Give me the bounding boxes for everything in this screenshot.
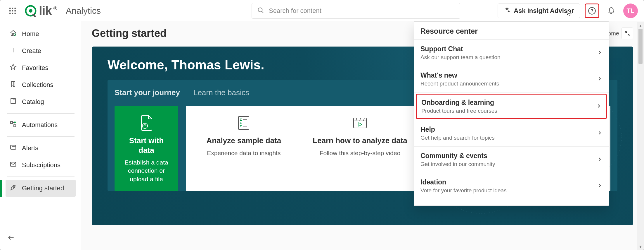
svg-line-49: [363, 118, 364, 121]
sidebar-item-getting-started[interactable]: Getting started: [6, 180, 76, 197]
global-search[interactable]: [252, 3, 460, 19]
svg-line-47: [356, 118, 357, 121]
tab-learn-basics[interactable]: Learn the basics: [193, 88, 249, 99]
file-upload-icon: [139, 114, 154, 132]
scroll-down-icon[interactable]: ▾: [637, 243, 644, 250]
sidebar-item-subscriptions[interactable]: Subscriptions: [6, 157, 76, 174]
sidebar-item-label: Catalog: [22, 98, 44, 106]
help-icon: [588, 7, 596, 15]
chevron-right-icon: [597, 50, 602, 56]
plus-icon: [10, 47, 17, 55]
chevron-right-icon: [597, 183, 602, 189]
sidebar-item-catalog[interactable]: Catalog: [6, 93, 76, 110]
card-desc: Establish a data connection or upload a …: [121, 158, 172, 183]
svg-point-15: [592, 12, 592, 13]
video-icon: [352, 114, 368, 132]
ask-insight-advisor-button[interactable]: Ask Insight Advisor: [498, 4, 580, 18]
svg-rect-24: [14, 125, 16, 127]
svg-marker-50: [359, 123, 362, 126]
svg-rect-5: [15, 10, 16, 11]
resource-item-desc: Recent product announcements: [420, 81, 594, 87]
resource-item-title: Ideation: [420, 178, 594, 186]
svg-rect-23: [11, 121, 13, 124]
svg-rect-2: [15, 8, 16, 9]
card-desc: Experience data to insights: [207, 149, 281, 157]
app-launcher-icon[interactable]: [6, 4, 19, 17]
svg-rect-39: [240, 119, 242, 121]
svg-rect-41: [240, 122, 242, 124]
sidebar-item-automations[interactable]: Automations: [6, 117, 76, 133]
resource-item-support-chat[interactable]: Support Chat Ask our support team a ques…: [414, 40, 609, 66]
sidebar-item-label: Create: [22, 47, 41, 55]
svg-point-10: [29, 9, 32, 13]
svg-rect-20: [11, 98, 15, 104]
resource-item-desc: Vote for your favorite product ideas: [420, 187, 594, 194]
card-analyze-sample[interactable]: Analyze sample data Experience data to i…: [186, 106, 302, 191]
resource-item-community[interactable]: Community & events Get involved in our c…: [414, 147, 609, 173]
scroll-up-icon[interactable]: ▴: [637, 22, 644, 29]
resource-item-title: Community & events: [420, 152, 594, 160]
app-name: Analytics: [66, 6, 101, 16]
resource-item-ideation[interactable]: Ideation Vote for your favorite product …: [414, 173, 609, 199]
search-input[interactable]: [268, 7, 455, 15]
resource-item-whats-new[interactable]: What's new Recent product announcements: [414, 66, 609, 93]
card-learn-analyze[interactable]: Learn how to analyze data Follow this st…: [302, 106, 418, 191]
resource-item-title: Onboarding & learning: [421, 99, 593, 107]
sidebar-item-alerts[interactable]: Alerts: [6, 140, 76, 157]
card-start-with-data[interactable]: Start with data Establish a data connect…: [115, 106, 178, 191]
svg-rect-4: [12, 10, 13, 11]
resource-center-title: Resource center: [414, 22, 609, 40]
sidebar-item-label: Home: [22, 30, 39, 38]
resource-center-popover: Resource center Support Chat Ask our sup…: [414, 21, 609, 206]
card-title: Learn how to analyze data: [313, 136, 407, 145]
star-icon: [10, 64, 17, 72]
resource-item-help[interactable]: Help Get help and search for topics: [414, 120, 609, 147]
scrollbar-thumb[interactable]: [638, 29, 643, 64]
sidebar-item-create[interactable]: Create: [6, 42, 76, 59]
qlik-logo[interactable]: lik ®: [24, 4, 57, 18]
resource-item-desc: Get help and search for topics: [420, 135, 594, 141]
svg-point-16: [14, 34, 16, 35]
svg-point-12: [258, 8, 262, 12]
resource-item-onboarding[interactable]: Onboarding & learning Product tours and …: [416, 94, 607, 119]
resource-item-title: What's new: [420, 71, 594, 79]
rocket-icon: [10, 184, 17, 193]
compress-icon: [624, 30, 630, 36]
svg-rect-8: [15, 13, 16, 14]
svg-rect-7: [12, 13, 13, 14]
ask-insight-advisor-label: Ask Insight Advisor: [514, 7, 574, 15]
chevron-right-icon: [597, 130, 602, 137]
sidebar-item-collections[interactable]: Collections: [6, 76, 76, 93]
resource-item-desc: Get involved in our community: [420, 161, 594, 167]
vertical-scrollbar[interactable]: ▴ ▾: [637, 22, 644, 250]
sidebar-item-label: Alerts: [22, 144, 38, 152]
sidebar-item-favorites[interactable]: Favorites: [6, 59, 76, 76]
collapse-sidebar-icon[interactable]: [7, 237, 15, 242]
sidebar-item-label: Automations: [22, 121, 58, 129]
notifications-button[interactable]: [604, 4, 619, 18]
svg-marker-19: [10, 64, 16, 70]
chevron-right-icon: [596, 103, 601, 110]
sparkle-icon: [504, 7, 510, 15]
svg-rect-26: [11, 145, 16, 149]
card-title: Start with data: [121, 136, 172, 155]
card-desc: Follow this step-by-step video: [320, 149, 401, 157]
automations-icon: [10, 121, 17, 129]
sidebar-item-home[interactable]: Home: [6, 25, 76, 42]
home-icon: [10, 30, 17, 38]
collections-icon: [10, 81, 17, 89]
help-button[interactable]: [585, 4, 599, 18]
avatar[interactable]: TL: [623, 4, 638, 18]
tab-start-journey[interactable]: Start your journey: [115, 88, 180, 99]
main-content: Getting started Hide welcome Welcome, Th…: [81, 21, 644, 250]
bell-icon: [607, 7, 615, 15]
svg-line-48: [360, 118, 361, 121]
chevron-right-icon: [597, 157, 602, 163]
svg-rect-6: [9, 13, 11, 14]
collapse-hero-button[interactable]: [622, 28, 633, 39]
card-title: Analyze sample data: [206, 136, 281, 145]
svg-point-30: [13, 186, 14, 187]
svg-point-28: [15, 146, 15, 147]
top-bar: lik ® Analytics Ask Insight Advisor TL: [0, 0, 644, 21]
sidebar-item-label: Collections: [22, 81, 53, 89]
